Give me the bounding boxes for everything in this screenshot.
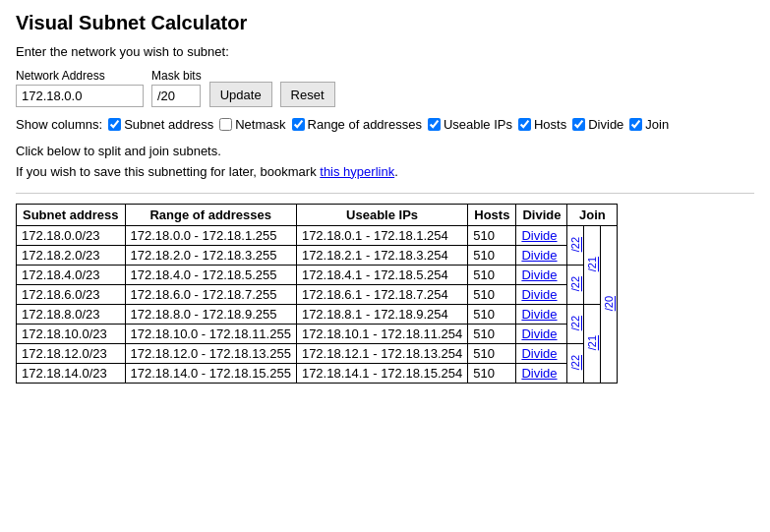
col-header-subnet: Subnet address: [17, 204, 126, 225]
cell-divide: Divide: [516, 245, 567, 265]
divide-link[interactable]: Divide: [521, 366, 557, 381]
divide-link[interactable]: Divide: [521, 267, 557, 282]
col-checkbox-join[interactable]: [629, 118, 642, 131]
mask-input[interactable]: [151, 85, 201, 107]
cell-range: 172.18.14.0 - 172.18.15.255: [125, 363, 296, 383]
cell-hosts: 510: [468, 265, 516, 284]
mask-label: Mask bits: [151, 69, 202, 83]
join-link-/21[interactable]: /21: [586, 335, 598, 350]
cell-range: 172.18.8.0 - 172.18.9.255: [125, 304, 296, 324]
subnet-table: Subnet address Range of addresses Useabl…: [16, 204, 618, 384]
divide-link[interactable]: Divide: [521, 326, 557, 341]
table-row: 172.18.6.0/23172.18.6.0 - 172.18.7.25517…: [17, 284, 618, 304]
table-row: 172.18.8.0/23172.18.8.0 - 172.18.9.25517…: [17, 304, 618, 324]
mask-group: Mask bits: [151, 69, 202, 107]
network-input[interactable]: [16, 85, 144, 107]
cell-subnet: 172.18.0.0/23: [17, 225, 126, 245]
cell-hosts: 510: [468, 343, 516, 363]
cell-join-/22: /22: [567, 304, 584, 343]
divide-link[interactable]: Divide: [521, 248, 557, 263]
join-link-/22[interactable]: /22: [569, 276, 581, 291]
col-toggle-divide: Divide: [572, 117, 623, 132]
cell-subnet: 172.18.4.0/23: [17, 265, 126, 284]
col-header-useable: Useable IPs: [296, 204, 467, 225]
join-link-/22[interactable]: /22: [569, 355, 581, 370]
col-toggle-range: Range of addresses: [292, 117, 422, 132]
col-toggle-hosts: Hosts: [518, 117, 566, 132]
cell-useable: 172.18.14.1 - 172.18.15.254: [296, 363, 467, 383]
cell-divide: Divide: [516, 225, 567, 245]
col-label-subnet: Subnet address: [124, 117, 213, 132]
col-checkbox-useable[interactable]: [428, 118, 441, 131]
col-checkbox-netmask[interactable]: [219, 118, 232, 131]
network-label: Network Address: [16, 69, 144, 83]
cell-divide: Divide: [516, 265, 567, 284]
cell-useable: 172.18.2.1 - 172.18.3.254: [296, 245, 467, 265]
subtitle: Enter the network you wish to subnet:: [16, 44, 754, 59]
col-header-range: Range of addresses: [125, 204, 296, 225]
divide-link[interactable]: Divide: [521, 307, 557, 322]
cell-subnet: 172.18.2.0/23: [17, 245, 126, 265]
cell-range: 172.18.12.0 - 172.18.13.255: [125, 343, 296, 363]
table-row: 172.18.10.0/23172.18.10.0 - 172.18.11.25…: [17, 324, 618, 343]
join-link-/22[interactable]: /22: [569, 316, 581, 330]
columns-row: Show columns: Subnet address Netmask Ran…: [16, 117, 754, 132]
cell-useable: 172.18.10.1 - 172.18.11.254: [296, 324, 467, 343]
col-checkbox-divide[interactable]: [572, 118, 585, 131]
table-row: 172.18.12.0/23172.18.12.0 - 172.18.13.25…: [17, 343, 618, 363]
page-title: Visual Subnet Calculator: [16, 12, 754, 34]
cell-hosts: 510: [468, 225, 516, 245]
col-toggle-useable: Useable IPs: [428, 117, 512, 132]
cell-useable: 172.18.8.1 - 172.18.9.254: [296, 304, 467, 324]
col-label-useable: Useable IPs: [444, 117, 512, 132]
cell-join-/22: /22: [567, 343, 584, 383]
cell-divide: Divide: [516, 304, 567, 324]
cell-hosts: 510: [468, 324, 516, 343]
table-row: 172.18.4.0/23172.18.4.0 - 172.18.5.25517…: [17, 265, 618, 284]
reset-button[interactable]: Reset: [280, 82, 335, 107]
input-row: Network Address Mask bits Update Reset: [16, 69, 754, 107]
cell-hosts: 510: [468, 284, 516, 304]
col-header-join: Join: [567, 204, 618, 225]
cell-divide: Divide: [516, 284, 567, 304]
cell-useable: 172.18.0.1 - 172.18.1.254: [296, 225, 467, 245]
join-link-/20[interactable]: /20: [603, 296, 615, 311]
cell-range: 172.18.6.0 - 172.18.7.255: [125, 284, 296, 304]
col-checkbox-hosts[interactable]: [518, 118, 531, 131]
cell-subnet: 172.18.12.0/23: [17, 343, 126, 363]
info-block: Click below to split and join subnets. I…: [16, 142, 754, 183]
cell-subnet: 172.18.10.0/23: [17, 324, 126, 343]
col-label-join: Join: [645, 117, 669, 132]
table-row: 172.18.2.0/23172.18.2.0 - 172.18.3.25517…: [17, 245, 618, 265]
divide-link[interactable]: Divide: [521, 287, 557, 302]
update-button[interactable]: Update: [209, 82, 272, 107]
cell-useable: 172.18.6.1 - 172.18.7.254: [296, 284, 467, 304]
table-row: 172.18.0.0/23172.18.0.0 - 172.18.1.25517…: [17, 225, 618, 245]
col-label-netmask: Netmask: [235, 117, 285, 132]
join-link-/22[interactable]: /22: [569, 237, 581, 252]
hyperlink[interactable]: this hyperlink: [320, 164, 394, 179]
cell-join-/21: /21: [584, 225, 601, 304]
cell-hosts: 510: [468, 304, 516, 324]
cell-useable: 172.18.4.1 - 172.18.5.254: [296, 265, 467, 284]
cell-range: 172.18.4.0 - 172.18.5.255: [125, 265, 296, 284]
join-link-/21[interactable]: /21: [586, 257, 598, 271]
network-group: Network Address: [16, 69, 144, 107]
info-line1: Click below to split and join subnets.: [16, 142, 754, 162]
col-label-divide: Divide: [588, 117, 623, 132]
col-toggle-join: Join: [629, 117, 669, 132]
cell-useable: 172.18.12.1 - 172.18.13.254: [296, 343, 467, 363]
divide-link[interactable]: Divide: [521, 346, 557, 361]
col-checkbox-subnet[interactable]: [108, 118, 121, 131]
col-checkbox-range[interactable]: [292, 118, 305, 131]
cell-hosts: 510: [468, 363, 516, 383]
cell-join-/22: /22: [567, 225, 584, 265]
col-header-hosts: Hosts: [468, 204, 516, 225]
cell-join-/21: /21: [584, 304, 601, 383]
cell-divide: Divide: [516, 324, 567, 343]
table-row: 172.18.14.0/23172.18.14.0 - 172.18.15.25…: [17, 363, 618, 383]
col-toggle-netmask: Netmask: [219, 117, 285, 132]
divide-link[interactable]: Divide: [521, 228, 557, 243]
col-label-range: Range of addresses: [308, 117, 422, 132]
cell-hosts: 510: [468, 245, 516, 265]
